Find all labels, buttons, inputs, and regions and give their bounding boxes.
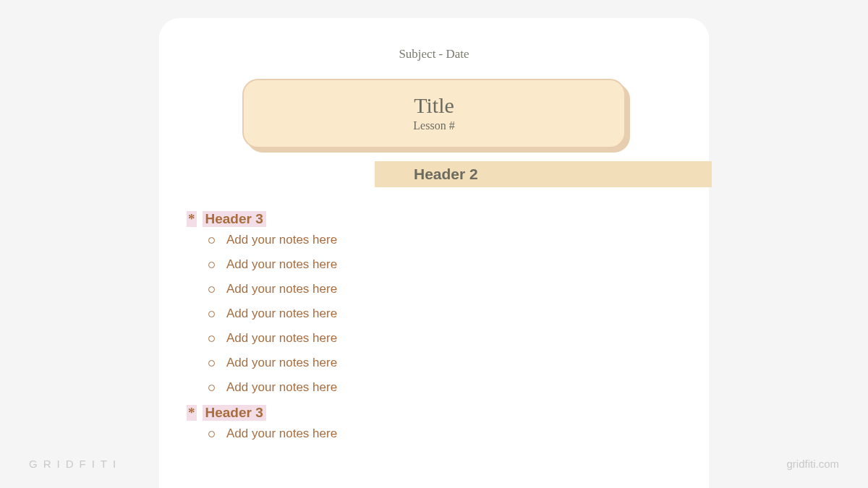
list-item: Add your notes here: [208, 427, 337, 441]
list-item: Add your notes here: [208, 282, 337, 296]
header2-bar: Header 2: [375, 161, 712, 187]
header3-row: * Header 3: [187, 211, 337, 227]
note-text: Add your notes here: [226, 282, 337, 296]
list-item: Add your notes here: [208, 307, 337, 321]
note-text: Add your notes here: [226, 257, 337, 272]
note-text: Add your notes here: [226, 356, 337, 370]
list-item: Add your notes here: [208, 233, 337, 247]
title-box-inner: Title Lesson #: [242, 79, 626, 148]
watermark-left: GRIDFITI: [29, 458, 122, 470]
bullet-icon: [208, 286, 215, 293]
list-item: Add your notes here: [208, 257, 337, 272]
note-text: Add your notes here: [226, 233, 337, 247]
note-text: Add your notes here: [226, 380, 337, 395]
header3-text: Header 3: [203, 211, 266, 227]
list-item: Add your notes here: [208, 356, 337, 370]
list-item: Add your notes here: [208, 331, 337, 346]
notes-list: Add your notes here: [208, 427, 337, 441]
notes-list: Add your notes here Add your notes here …: [208, 233, 337, 395]
header2-text: Header 2: [414, 166, 478, 183]
header3-text: Header 3: [203, 405, 266, 421]
bullet-icon: [208, 237, 215, 244]
bullet-icon: [208, 360, 215, 367]
header3-row: * Header 3: [187, 405, 337, 421]
subject-date-label: Subject - Date: [184, 47, 684, 61]
bullet-icon: [208, 431, 215, 437]
watermark-right: gridfiti.com: [786, 458, 839, 470]
title-text: Title: [258, 93, 610, 118]
note-text: Add your notes here: [226, 307, 337, 321]
title-box: Title Lesson #: [242, 79, 626, 148]
note-text: Add your notes here: [226, 331, 337, 346]
list-item: Add your notes here: [208, 380, 337, 395]
content-area: * Header 3 Add your notes here Add your …: [187, 211, 337, 451]
bullet-icon: [208, 335, 215, 342]
bullet-icon: [208, 385, 215, 391]
note-text: Add your notes here: [226, 427, 337, 441]
asterisk-icon: *: [187, 211, 197, 227]
bullet-icon: [208, 311, 215, 317]
asterisk-icon: *: [187, 405, 197, 421]
lesson-number-text: Lesson #: [258, 119, 610, 132]
bullet-icon: [208, 262, 215, 268]
